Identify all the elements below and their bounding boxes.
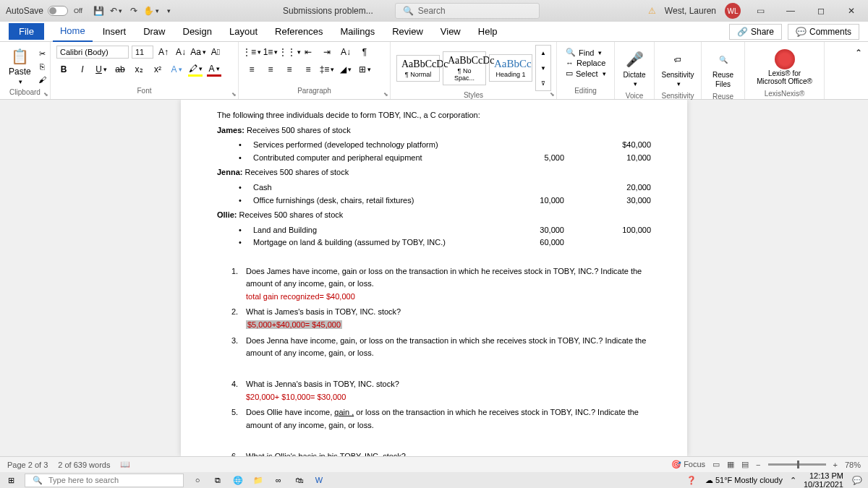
zoom-out-icon[interactable]: − xyxy=(756,461,760,469)
subscript-button[interactable]: x₂ xyxy=(132,62,146,77)
redo-icon[interactable]: ↷ xyxy=(128,5,140,17)
tab-file[interactable]: File xyxy=(9,23,44,40)
clear-format-icon[interactable]: A⃠ xyxy=(208,45,223,59)
weather-widget[interactable]: ☁ 51°F Mostly cloudy xyxy=(705,476,783,485)
strikethrough-button[interactable]: ab xyxy=(113,62,127,77)
font-launcher[interactable]: ⬊ xyxy=(231,91,237,98)
clock-date[interactable]: 10/31/2021 xyxy=(804,480,843,488)
styles-up-icon[interactable]: ▲ xyxy=(536,46,550,60)
tab-view[interactable]: View xyxy=(433,22,468,41)
find-button[interactable]: 🔍 Find ▾ xyxy=(566,48,605,57)
numbering-icon[interactable]: 1≡▾ xyxy=(263,45,278,59)
toggle-switch[interactable] xyxy=(48,6,68,16)
zoom-slider[interactable] xyxy=(768,463,826,466)
page-indicator[interactable]: Page 2 of 3 xyxy=(7,461,48,469)
underline-button[interactable]: U▾ xyxy=(94,62,109,77)
document-title[interactable]: Submissions problem... xyxy=(283,6,373,16)
start-button[interactable]: ⊞ xyxy=(4,474,17,487)
increase-indent-icon[interactable]: ⇥ xyxy=(320,45,334,59)
maximize-icon[interactable]: ◻ xyxy=(810,4,832,18)
paragraph-launcher[interactable]: ⬊ xyxy=(383,91,388,98)
word-count[interactable]: 2 of 639 words xyxy=(58,461,110,469)
task-view-icon[interactable]: ⧉ xyxy=(211,474,224,487)
style-normal[interactable]: AaBbCcDc ¶ Normal xyxy=(396,55,440,82)
zoom-in-icon[interactable]: + xyxy=(833,461,838,469)
multilevel-icon[interactable]: ⋮⋮▾ xyxy=(282,45,297,59)
undo-icon[interactable]: ↶▾ xyxy=(111,5,122,17)
zoom-level[interactable]: 78% xyxy=(845,461,861,469)
lexis-button[interactable]: Lexis® for Microsoft Office® xyxy=(751,45,818,90)
read-mode-icon[interactable]: ▭ xyxy=(712,460,720,469)
sort-icon[interactable]: A↓ xyxy=(339,45,353,59)
align-center-icon[interactable]: ≡ xyxy=(263,62,278,77)
tab-design[interactable]: Design xyxy=(176,22,219,41)
cortana-icon[interactable]: ○ xyxy=(191,474,204,487)
paste-button[interactable]: 📋 Paste ▾ xyxy=(6,45,34,88)
focus-button[interactable]: 🎯 Focus xyxy=(671,460,705,469)
line-spacing-icon[interactable]: ‡≡▾ xyxy=(320,62,334,77)
app-icon[interactable]: ∞ xyxy=(272,474,285,487)
font-name-input[interactable] xyxy=(56,46,129,59)
styles-down-icon[interactable]: ▼ xyxy=(536,61,550,75)
web-layout-icon[interactable]: ▤ xyxy=(741,460,749,469)
spellcheck-icon[interactable]: 📖 xyxy=(120,460,130,469)
font-size-input[interactable] xyxy=(132,46,153,59)
change-case-icon[interactable]: Aa▾ xyxy=(191,45,205,59)
document-area[interactable]: The following three individuals decide t… xyxy=(0,100,868,456)
word-icon[interactable]: W xyxy=(312,474,326,487)
alert-icon[interactable]: ⚠ xyxy=(648,6,656,16)
clipboard-launcher[interactable]: ⬊ xyxy=(43,91,48,98)
style-heading1[interactable]: AaBbCc Heading 1 xyxy=(489,54,532,82)
document-page[interactable]: The following three individuals decide t… xyxy=(181,100,687,456)
superscript-button[interactable]: x² xyxy=(150,62,165,77)
collapse-ribbon-icon[interactable]: ⌃ xyxy=(849,42,868,99)
share-button[interactable]: 🔗 Share xyxy=(729,24,782,40)
qat-customize-icon[interactable]: ▾ xyxy=(163,5,174,17)
close-icon[interactable]: ✕ xyxy=(841,4,862,18)
user-avatar[interactable]: WL xyxy=(725,3,741,19)
dictate-button[interactable]: 🎤 Dictate▾ xyxy=(621,45,648,92)
edge-icon[interactable]: 🌐 xyxy=(231,474,244,487)
save-icon[interactable]: 💾 xyxy=(93,5,105,17)
borders-icon[interactable]: ⊞▾ xyxy=(357,62,372,77)
tab-home[interactable]: Home xyxy=(53,21,93,42)
format-painter-icon[interactable]: 🖌 xyxy=(37,74,48,85)
select-button[interactable]: ▭ Select ▾ xyxy=(566,69,605,78)
shading-icon[interactable]: ◢▾ xyxy=(339,62,353,77)
taskbar-search[interactable]: 🔍 Type here to search xyxy=(25,474,184,487)
reuse-files-button[interactable]: 🔍 Reuse Files xyxy=(707,45,739,93)
highlight-icon[interactable]: 🖍▾ xyxy=(188,62,203,77)
bold-button[interactable]: B xyxy=(56,62,71,77)
bullets-icon[interactable]: ⋮≡▾ xyxy=(244,45,259,59)
tab-mailings[interactable]: Mailings xyxy=(333,22,383,41)
italic-button[interactable]: I xyxy=(75,62,90,77)
touch-mode-icon[interactable]: ✋▾ xyxy=(145,5,157,17)
search-input[interactable]: 🔍 Search xyxy=(395,3,540,19)
tab-draw[interactable]: Draw xyxy=(136,22,172,41)
grow-font-icon[interactable]: A↑ xyxy=(156,45,171,59)
tray-chevron-icon[interactable]: ⌃ xyxy=(790,476,796,485)
tab-layout[interactable]: Layout xyxy=(222,22,265,41)
user-name[interactable]: West, Lauren xyxy=(665,6,716,16)
ribbon-options-icon[interactable]: ▭ xyxy=(749,4,771,18)
minimize-icon[interactable]: — xyxy=(780,4,801,18)
help-icon[interactable]: ❓ xyxy=(685,474,698,487)
replace-button[interactable]: ↔ Replace xyxy=(566,59,605,67)
tab-insert[interactable]: Insert xyxy=(95,22,134,41)
style-nospace[interactable]: AaBbCcDc ¶ No Spac... xyxy=(443,51,486,85)
tab-review[interactable]: Review xyxy=(385,22,430,41)
tab-help[interactable]: Help xyxy=(471,22,505,41)
copy-icon[interactable]: ⎘ xyxy=(37,61,48,72)
font-color-icon[interactable]: A▾ xyxy=(207,62,221,77)
sensitivity-button[interactable]: 🏷 Sensitivity▾ xyxy=(660,45,695,92)
comments-button[interactable]: 💬 Comments xyxy=(788,24,859,40)
styles-more-icon[interactable]: ⊽ xyxy=(536,76,550,90)
show-marks-icon[interactable]: ¶ xyxy=(357,45,372,59)
text-effects-icon[interactable]: A▾ xyxy=(169,62,184,77)
notifications-icon[interactable]: 💬 xyxy=(851,474,864,487)
align-right-icon[interactable]: ≡ xyxy=(282,62,297,77)
styles-launcher[interactable]: ⬊ xyxy=(550,91,555,98)
tab-references[interactable]: References xyxy=(268,22,330,41)
explorer-icon[interactable]: 📁 xyxy=(252,474,265,487)
cut-icon[interactable]: ✂ xyxy=(37,48,48,59)
